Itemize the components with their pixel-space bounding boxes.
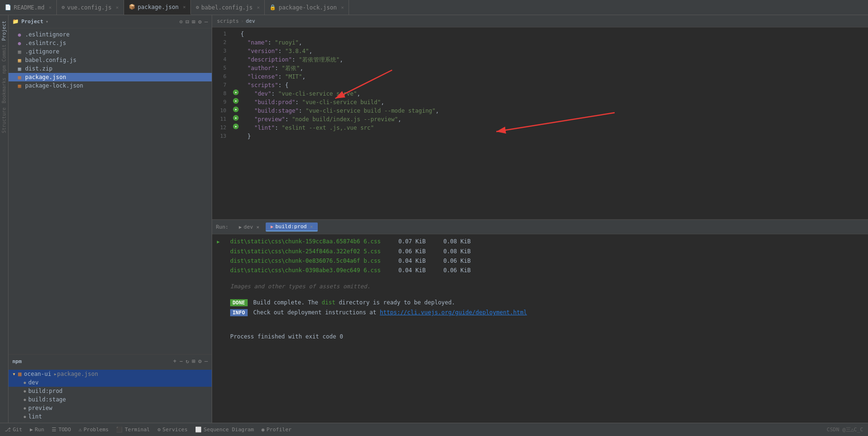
- npm-remove-icon[interactable]: −: [179, 358, 183, 365]
- file-dist-zip[interactable]: ▦ dist.zip: [9, 64, 212, 73]
- npm-refresh-icon[interactable]: ↻: [186, 358, 189, 365]
- info-badge: INFO: [230, 309, 248, 316]
- script-bullet: ●: [24, 406, 26, 410]
- file-eslintignore[interactable]: ● .eslintignore: [9, 30, 212, 39]
- eslintignore-icon: ●: [16, 32, 23, 38]
- tab-bar: 📄 README.md ✕ ⚙ vue.config.js ✕ 📦 packag…: [0, 0, 868, 15]
- sidebar-label-bookmarks[interactable]: Bookmarks: [0, 76, 8, 105]
- npm-package-row[interactable]: ▾ ▦ ocean-ui ▸package.json: [9, 370, 212, 378]
- tab-package-lock[interactable]: 🔒 package-lock.json ✕: [265, 0, 349, 15]
- locate-icon[interactable]: ⊙: [179, 18, 183, 25]
- sidebar-label-project[interactable]: Project: [0, 19, 8, 43]
- npm-script-preview[interactable]: ● preview: [9, 404, 212, 412]
- output-line-3: dist\static\css\chunk-0e836076.5c04a6f b…: [217, 256, 863, 266]
- sidebar-label-npm[interactable]: npm: [0, 63, 8, 76]
- sidebar-label-structure[interactable]: Structure: [0, 106, 8, 135]
- size1-1: 0.07 KiB: [384, 238, 426, 245]
- status-problems[interactable]: ⚠ Problems: [79, 427, 109, 433]
- status-todo[interactable]: ☰ TODO: [52, 427, 71, 433]
- folder-icon: 📁: [12, 18, 19, 25]
- size1-2: 0.06 KiB: [384, 248, 426, 255]
- code-line-3: 3 "version": "3.8.4",: [212, 47, 868, 55]
- size2-2: 0.08 KiB: [429, 248, 471, 255]
- problems-icon: ⚠: [79, 427, 82, 433]
- sequence-label: Sequence Diagram: [204, 427, 254, 433]
- terminal-icon: ⬛: [116, 427, 123, 433]
- sidebar-label-commit[interactable]: Commit: [0, 43, 8, 63]
- script-dev-label: dev: [28, 379, 39, 386]
- output-done-line: DONE Build complete. The dist directory …: [217, 298, 863, 308]
- run-tab-build-close[interactable]: ✕: [310, 224, 313, 229]
- run-build-stage-btn[interactable]: [233, 107, 239, 112]
- breadcrumb-dev: dev: [246, 18, 255, 24]
- status-terminal[interactable]: ⬛ Terminal: [116, 427, 150, 433]
- dropdown-arrow[interactable]: ▾: [45, 19, 48, 24]
- script-build-stage-label: build:stage: [28, 396, 66, 403]
- run-tab-dev[interactable]: ▶ dev ✕: [234, 223, 264, 231]
- status-services[interactable]: ⚙ Services: [157, 427, 188, 433]
- size2-4: 0.06 KiB: [429, 267, 471, 274]
- code-line-8: 8 "dev": "vue-cli-service serve",: [212, 89, 868, 98]
- script-bullet: ●: [24, 389, 26, 393]
- info-url-link[interactable]: https://cli.vuejs.org/guide/deployment.h…: [380, 309, 527, 316]
- tab-readme-close[interactable]: ✕: [49, 5, 52, 10]
- run-preview-btn[interactable]: [233, 115, 239, 121]
- user-info: CSDN @三△C_C: [827, 427, 863, 433]
- status-right-text: CSDN @三△C_C: [827, 426, 863, 433]
- run-lint-btn[interactable]: [233, 124, 239, 129]
- file-package-lock[interactable]: ▦ package-lock.json: [9, 81, 212, 90]
- script-bullet: ●: [24, 381, 26, 385]
- file-package-json[interactable]: ▦ package.json: [9, 73, 212, 81]
- npm-expand-icon[interactable]: ⊞: [192, 358, 195, 365]
- size1-4: 0.04 KiB: [384, 267, 426, 274]
- status-profiler[interactable]: ◉ Profiler: [261, 427, 292, 433]
- services-label: Services: [162, 427, 188, 433]
- run-build-prod-btn[interactable]: [233, 98, 239, 104]
- tab-package-lock-close[interactable]: ✕: [341, 5, 344, 10]
- file-eslintrc[interactable]: ● .eslintrc.js: [9, 39, 212, 47]
- tab-babel-config[interactable]: ⚙ babel.config.js ✕: [191, 0, 265, 15]
- code-line-11: 11 "preview": "node build/index.js --pre…: [212, 115, 868, 124]
- tab-vue-config[interactable]: ⚙ vue.config.js ✕: [57, 0, 124, 15]
- done-text: Build complete. The: [253, 299, 322, 306]
- npm-script-build-stage[interactable]: ● build:stage: [9, 395, 212, 404]
- hide-icon[interactable]: —: [205, 18, 208, 25]
- settings-icon[interactable]: ⚙: [198, 18, 202, 25]
- npm-add-icon[interactable]: +: [173, 358, 177, 365]
- run-tab-dev-close[interactable]: ✕: [256, 224, 259, 230]
- status-sequence-diagram[interactable]: ⬜ Sequence Diagram: [195, 427, 254, 433]
- tab-vue-config-close[interactable]: ✕: [116, 5, 119, 10]
- tab-package-json[interactable]: 📦 package.json ✕: [124, 0, 191, 15]
- file-gitignore[interactable]: ▦ .gitignore: [9, 47, 212, 56]
- run-status-label: Run: [35, 427, 45, 433]
- run-tab-bar: Run: ▶ dev ✕ ▶ build:prod ✕: [212, 220, 868, 234]
- run-label: Run:: [216, 224, 229, 230]
- expand-icon[interactable]: ⊞: [192, 18, 195, 25]
- done-rest: directory is ready to be deployed.: [339, 299, 455, 306]
- status-run[interactable]: ▶ Run: [30, 427, 45, 433]
- npm-script-lint[interactable]: ● lint: [9, 412, 212, 421]
- tab-vue-config-label: vue.config.js: [67, 4, 112, 11]
- terminal-label: Terminal: [125, 427, 150, 433]
- file-ext-3: b.css: [364, 258, 381, 264]
- tab-readme[interactable]: 📄 README.md ✕: [0, 0, 57, 15]
- status-git[interactable]: ⎇ Git: [5, 427, 22, 433]
- run-dev-btn[interactable]: [233, 89, 239, 95]
- collapse-icon[interactable]: ⊟: [186, 18, 189, 25]
- run-tab-build-prod[interactable]: ▶ build:prod ✕: [266, 222, 317, 231]
- file-tree: ● .eslintignore ● .eslintrc.js ▦ .gitign…: [9, 28, 212, 354]
- npm-script-dev[interactable]: ● dev: [9, 378, 212, 387]
- tab-babel-config-close[interactable]: ✕: [257, 5, 260, 10]
- output-info-line: INFO Check out deployment instructions a…: [217, 308, 863, 318]
- run-panel: Run: ▶ dev ✕ ▶ build:prod ✕: [212, 219, 868, 423]
- npm-script-build-prod[interactable]: ● build:prod: [9, 387, 212, 395]
- file-link-1: dist\static\css\chunk-159cc8aa.65874b6: [230, 238, 360, 245]
- file-babel-config[interactable]: ▦ babel.config.js: [9, 56, 212, 64]
- todo-icon: ☰: [52, 427, 56, 433]
- script-bullet: ●: [24, 415, 26, 419]
- code-editor[interactable]: 1 { 2 "name": "ruoyi", 3 "version": "3.8…: [212, 27, 868, 219]
- profiler-icon: ◉: [261, 427, 265, 433]
- npm-hide-icon[interactable]: —: [205, 358, 208, 365]
- tab-package-json-close[interactable]: ✕: [183, 4, 186, 9]
- npm-settings-icon[interactable]: ⚙: [198, 358, 202, 365]
